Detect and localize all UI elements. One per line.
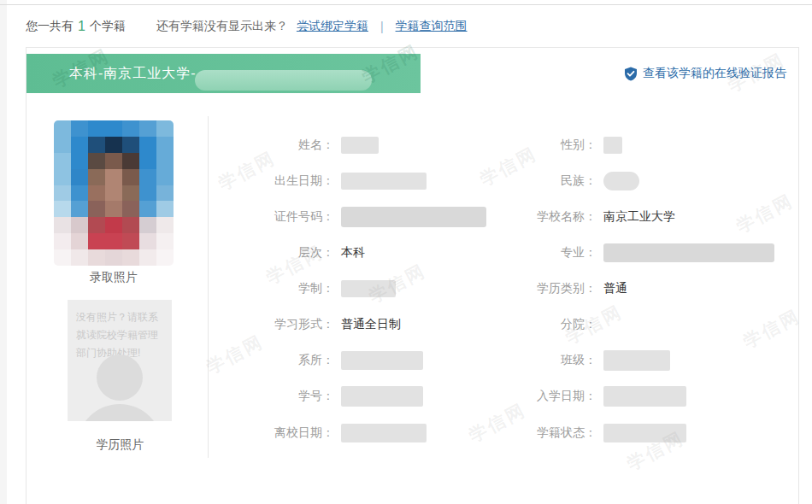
no-photo-message: 没有照片？请联系就读院校学籍管理部门协助处理! (68, 300, 172, 362)
redacted-value-status (603, 424, 686, 442)
chsi-student-record-page: 您一共有 1 个学籍 还有学籍没有显示出来？ 尝试绑定学籍 | 学籍查询范围 本… (0, 0, 812, 504)
mosaic-cell (54, 201, 71, 217)
admission-photo-blurred (54, 120, 174, 266)
field-label-branch: 分院： (484, 317, 597, 332)
field-row-id-number: 证件号码： (223, 206, 486, 228)
field-row-study-form: 学习形式：普通全日制 (223, 314, 401, 336)
mosaic-cell (105, 120, 122, 137)
mosaic-cell (54, 249, 71, 266)
field-value-enroll-date (603, 386, 686, 407)
mosaic-cell (139, 201, 156, 217)
redacted-value-student-id (341, 386, 423, 407)
mosaic-cell (105, 137, 122, 153)
mosaic-cell (54, 233, 71, 249)
field-row-ethnicity: 民族： (484, 170, 639, 192)
field-row-birth-date: 出生日期： (223, 170, 427, 192)
mosaic-cell (122, 201, 139, 217)
mosaic-cell (88, 169, 105, 185)
mosaic-cell (122, 120, 139, 137)
redacted-value-name (341, 137, 379, 154)
mosaic-cell (122, 217, 139, 233)
field-label-study-form: 学习形式： (223, 317, 334, 332)
mosaic-cell (139, 217, 156, 233)
mosaic-cell (54, 185, 71, 202)
mosaic-cell (105, 185, 122, 202)
field-label-duration: 学制： (223, 281, 334, 296)
mosaic-cell (88, 233, 105, 249)
record-banner: 本科-南京工业大学- (26, 54, 421, 93)
mosaic-cell (156, 169, 174, 185)
watermark-text: 学信网 (739, 304, 805, 355)
redacted-value-birth-date (341, 173, 427, 190)
redacted-value-id-number (341, 207, 486, 227)
count-suffix: 个学籍 (90, 19, 126, 34)
mosaic-cell (71, 169, 88, 185)
mosaic-cell (88, 153, 105, 169)
mosaic-cell (122, 169, 139, 185)
field-row-leave-date: 离校日期： (223, 422, 427, 444)
query-scope-link[interactable]: 学籍查询范围 (396, 19, 468, 34)
online-verification-report-label: 查看该学籍的在线验证报告 (643, 66, 786, 81)
field-row-duration: 学制： (223, 278, 396, 300)
field-value-gender (603, 137, 622, 154)
mosaic-cell (88, 137, 105, 153)
mosaic-cell (54, 217, 71, 233)
missing-record-hint: 还有学籍没有显示出来？ (156, 19, 288, 34)
redacted-value-class (603, 350, 670, 371)
mosaic-cell (156, 217, 174, 233)
bind-record-link[interactable]: 尝试绑定学籍 (297, 19, 368, 34)
field-value-level: 本科 (341, 245, 365, 261)
mosaic-cell (88, 201, 105, 217)
person-silhouette-icon (97, 355, 143, 401)
field-row-level: 层次：本科 (223, 242, 365, 264)
mosaic-cell (122, 137, 139, 153)
mosaic-cell (139, 185, 156, 202)
mosaic-cell (105, 217, 122, 233)
online-verification-report-link[interactable]: 查看该学籍的在线验证报告 (624, 66, 786, 81)
mosaic-cell (156, 233, 174, 249)
link-separator: | (380, 20, 384, 33)
field-label-major: 专业： (484, 245, 597, 261)
mosaic-cell (88, 120, 105, 137)
field-value-department (341, 351, 423, 370)
redacted-name-blur (195, 70, 372, 91)
field-label-birth-date: 出生日期： (223, 173, 334, 189)
field-label-student-id: 学号： (223, 389, 334, 404)
field-label-status: 学籍状态： (484, 425, 597, 441)
field-row-major: 专业： (484, 242, 774, 264)
field-value-school-name: 南京工业大学 (603, 209, 675, 225)
record-summary-bar: 您一共有 1 个学籍 还有学籍没有显示出来？ 尝试绑定学籍 | 学籍查询范围 (26, 17, 795, 36)
redacted-value-department (341, 351, 423, 370)
field-value-duration (341, 280, 396, 297)
top-divider (0, 4, 812, 5)
field-label-school-name: 学校名称： (484, 209, 597, 225)
field-row-edu-category: 学历类别：普通 (484, 278, 627, 300)
mosaic-cell (71, 120, 88, 137)
field-row-class: 班级： (484, 349, 670, 372)
mosaic-cell (88, 185, 105, 202)
field-row-enroll-date: 入学日期： (484, 385, 686, 407)
watermark-text: 学信网 (733, 189, 798, 239)
count-prefix: 您一共有 (26, 19, 74, 34)
person-silhouette-body (77, 404, 162, 421)
field-row-department: 系所： (223, 349, 423, 372)
mosaic-cell (54, 153, 71, 169)
mosaic-cell (139, 153, 156, 169)
mosaic-cell (71, 137, 88, 153)
mosaic-cell (139, 137, 156, 153)
record-banner-title: 本科-南京工业大学- (69, 65, 197, 83)
redacted-value-ethnicity (603, 172, 639, 190)
field-label-name: 姓名： (223, 138, 334, 153)
mosaic-cell (88, 217, 105, 233)
field-label-ethnicity: 民族： (484, 173, 597, 189)
field-label-class: 班级： (484, 353, 597, 368)
field-value-major (603, 243, 774, 262)
field-row-gender: 性别： (484, 134, 622, 156)
page-edge (0, 0, 7, 504)
field-row-branch: 分院： (484, 314, 603, 336)
shield-check-icon (624, 67, 638, 81)
mosaic-cell (71, 153, 88, 169)
field-row-school-name: 学校名称：南京工业大学 (484, 206, 675, 228)
field-label-id-number: 证件号码： (223, 209, 334, 225)
mosaic-cell (71, 249, 88, 266)
